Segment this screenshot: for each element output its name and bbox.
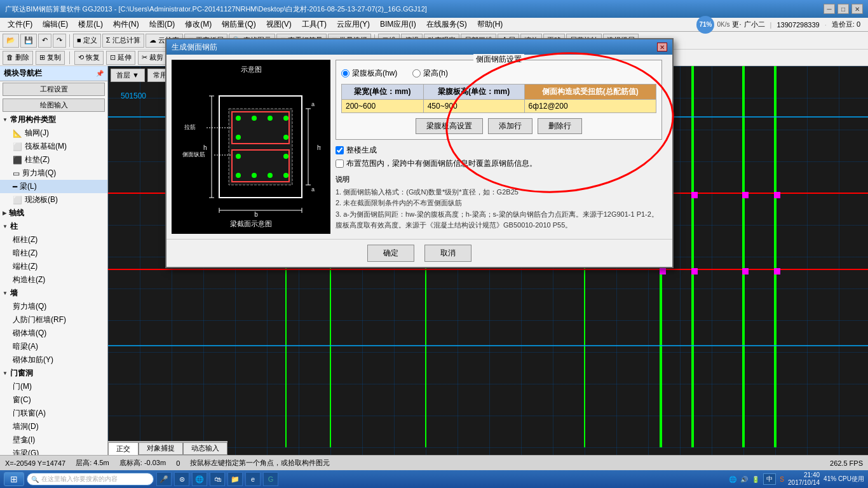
- svg-text:a: a: [311, 101, 315, 107]
- note-3: 3. a-为侧面钢筋间距：hw-梁的腹板高度；h-梁高；s-梁的纵向钢筋合力点距…: [336, 209, 662, 220]
- dialog-title: 生成侧面钢筋: [172, 42, 217, 53]
- svg-point-32: [236, 154, 241, 159]
- svg-point-33: [283, 154, 288, 159]
- svg-point-36: [268, 173, 273, 178]
- svg-text:拉筋: 拉筋: [184, 124, 196, 130]
- note-1: 1. 侧面钢筋输入格式：(G或N)数量*级别*直径，如：G2B25: [336, 187, 662, 198]
- cell-beam-width: 200~600: [342, 100, 424, 113]
- table-row[interactable]: 200~600 450~900 6ф12@200: [342, 100, 656, 113]
- dialog-titlebar: 生成侧面钢筋 ✕: [166, 39, 672, 55]
- delete-row-button[interactable]: 删除行: [538, 118, 582, 134]
- side-rebar-title: 侧面钢筋设置: [473, 54, 524, 65]
- dialog-close-button[interactable]: ✕: [657, 43, 667, 51]
- radio-web-height-input[interactable]: [341, 69, 349, 78]
- checkbox-whole-floor[interactable]: 整楼生成: [336, 145, 662, 156]
- svg-text:a: a: [311, 186, 315, 193]
- col-header-rebar: 侧面构造或受扭筋(总配筋值): [524, 85, 656, 100]
- dialog-footer: 确定 取消: [166, 239, 672, 267]
- svg-point-37: [283, 173, 288, 178]
- checkbox-override-label: 布置范围内，梁跨中有侧面钢筋信息时覆盖原钢筋信息。: [346, 158, 537, 169]
- diagram-subtitle: 梁截面示意图: [230, 219, 272, 229]
- notes-section: 说明 1. 侧面钢筋输入格式：(G或N)数量*级别*直径，如：G2B25 2. …: [336, 174, 662, 231]
- side-rebar-box: 侧面钢筋设置 梁腹板高(hw) 梁高(h): [336, 60, 662, 140]
- svg-point-27: [252, 116, 257, 121]
- cancel-button[interactable]: 取消: [424, 245, 471, 262]
- cell-rebar[interactable]: 6ф12@200: [524, 100, 656, 113]
- svg-text:侧面纵筋: 侧面纵筋: [182, 151, 205, 158]
- checkbox-whole-floor-label: 整楼生成: [346, 145, 377, 156]
- svg-point-34: [236, 173, 241, 178]
- col-header-beam-width: 梁宽(单位：mm): [342, 85, 424, 100]
- svg-point-35: [252, 173, 257, 178]
- confirm-button[interactable]: 确定: [367, 245, 414, 262]
- main-dialog: 生成侧面钢筋 ✕ 示意图: [165, 38, 674, 268]
- radio-group: 梁腹板高(hw) 梁高(h): [341, 68, 656, 79]
- dialog-overlay: 生成侧面钢筋 ✕ 示意图: [0, 0, 868, 488]
- svg-point-31: [283, 135, 288, 140]
- radio-beam-height-input[interactable]: [412, 69, 421, 78]
- svg-text:hw: hw: [317, 144, 321, 151]
- dialog-content: 示意图: [166, 55, 672, 239]
- checkbox-section: 整楼生成 布置范围内，梁跨中有侧面钢筋信息时覆盖原钢筋信息。: [336, 145, 662, 169]
- svg-point-26: [236, 116, 241, 121]
- radio-beam-height-label: 梁高(h): [423, 68, 448, 79]
- right-panel: 侧面钢筋设置 梁腹板高(hw) 梁高(h): [330, 60, 667, 234]
- note-2: 2. 未在截面限制条件内的不布置侧面纵筋: [336, 198, 662, 209]
- rebar-table: 梁宽(单位：mm) 梁腹板高(单位：mm) 侧面构造或受扭筋(总配筋值) 200…: [341, 84, 656, 113]
- diagram-panel: 示意图: [172, 60, 330, 234]
- svg-point-28: [268, 116, 273, 121]
- radio-web-height[interactable]: 梁腹板高(hw): [341, 68, 397, 79]
- checkbox-override-input[interactable]: [336, 159, 344, 168]
- note-4: 腹板高度取有效高度。来源于《混凝土结构设计规范》GB50010-2010 P55…: [336, 220, 662, 231]
- notes-title: 说明: [336, 174, 662, 186]
- radio-beam-height[interactable]: 梁高(h): [412, 68, 448, 79]
- web-height-settings-button[interactable]: 梁腹板高设置: [416, 118, 483, 134]
- diagram-title: 示意图: [241, 65, 262, 74]
- table-actions: 梁腹板高设置 添加行 删除行: [341, 118, 656, 134]
- beam-diagram-svg: b hw h 拉筋 侧面纵筋: [181, 77, 321, 217]
- svg-text:h: h: [203, 144, 207, 151]
- checkbox-override[interactable]: 布置范围内，梁跨中有侧面钢筋信息时覆盖原钢筋信息。: [336, 158, 662, 169]
- add-row-button[interactable]: 添加行: [488, 118, 532, 134]
- radio-web-height-label: 梁腹板高(hw): [352, 68, 397, 79]
- col-header-web-height: 梁腹板高(单位：mm): [423, 85, 524, 100]
- checkbox-whole-floor-input[interactable]: [336, 146, 344, 154]
- svg-point-30: [236, 135, 241, 140]
- cell-web-height: 450~900: [423, 100, 524, 113]
- svg-point-29: [283, 116, 288, 121]
- svg-text:b: b: [254, 211, 258, 217]
